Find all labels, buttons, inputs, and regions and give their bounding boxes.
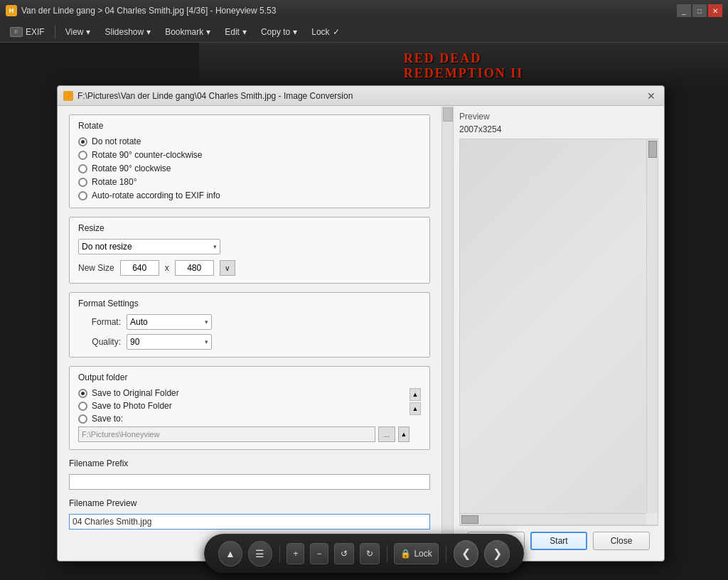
window-controls[interactable]: _ □ ✕ (677, 4, 722, 17)
resize-section: Resize Do not resize ▾ New Size x v (69, 217, 430, 284)
save-to-label: Save to: (92, 414, 123, 424)
preview-image (460, 139, 646, 513)
modal-icon: 🔶 (63, 91, 73, 101)
resize-dropdown-value: Do not resize (82, 242, 132, 252)
lock-toolbar-label: Lock (414, 549, 432, 559)
lock-toolbar-icon: 🔒 (400, 549, 411, 559)
bookmark-menu-item[interactable]: Bookmark ▾ (158, 24, 218, 40)
scroll-up-small-button[interactable]: ▲ (410, 388, 421, 401)
preview-scroll-thumb-bottom[interactable] (461, 515, 478, 524)
exif-menu-item[interactable]: E EXIF (3, 24, 52, 40)
browse-button[interactable]: ... (378, 426, 395, 442)
maximize-button[interactable]: □ (692, 4, 707, 17)
height-input[interactable] (175, 260, 214, 276)
modal-title: F:\Pictures\Van der Linde gang\04 Charle… (77, 91, 644, 101)
copyto-menu-item[interactable]: Copy to ▾ (254, 24, 304, 40)
output-folder-section: Output folder Save to Original Folder (69, 366, 430, 450)
preview-dimensions: 2007x3254 (459, 124, 658, 134)
resize-title: Resize (78, 223, 421, 233)
lock-check-icon: ✓ (333, 27, 340, 37)
save-to-option[interactable]: Save to: (78, 414, 410, 424)
rotate-radio-group: Do not rotate Rotate 90° counter-clockwi… (78, 136, 421, 200)
radio-save-original-icon (78, 389, 87, 398)
left-scrollbar[interactable] (441, 106, 453, 561)
save-photo-option[interactable]: Save to Photo Folder (78, 401, 410, 411)
conversion-dialog: 🔶 F:\Pictures\Van der Linde gang\04 Char… (57, 85, 665, 562)
title-bar: H Van der Linde gang > 04 Charles Smith.… (0, 0, 728, 21)
close-window-button[interactable]: ✕ (708, 4, 722, 17)
bookmark-arrow-icon: ▾ (206, 27, 210, 37)
save-original-option[interactable]: Save to Original Folder (78, 388, 410, 398)
resize-dropdown[interactable]: Do not resize ▾ (78, 239, 220, 254)
left-scrollable[interactable]: Rotate Do not rotate Rotate 90° counter-… (58, 106, 441, 561)
preview-label: Preview (459, 112, 658, 122)
format-label: Format: (78, 317, 121, 327)
output-content: Save to Original Folder Save to Photo Fo… (78, 388, 410, 442)
format-section: Format Settings Format: Auto ▾ Quality: (69, 292, 430, 358)
filename-prefix-input[interactable] (69, 474, 430, 490)
quality-arrow-icon: ▾ (205, 338, 208, 345)
scroll-down-small-button[interactable]: ▲ (410, 402, 421, 415)
filename-preview-title: Filename Preview (69, 498, 430, 508)
quality-dropdown[interactable]: 90 ▾ (127, 334, 212, 350)
preview-area (459, 139, 658, 525)
start-button[interactable]: Start (530, 532, 587, 550)
copyto-arrow-icon: ▾ (293, 27, 297, 37)
rotate-option-4[interactable]: Auto-rotate according to EXIF info (78, 190, 421, 200)
format-dropdown[interactable]: Auto ▾ (127, 314, 212, 330)
rotate-option-1[interactable]: Rotate 90° counter-clockwise (78, 150, 421, 160)
preview-scrollbar-bottom[interactable] (460, 513, 646, 525)
save-photo-label: Save to Photo Folder (92, 401, 172, 411)
scroll-thumb-top[interactable] (443, 107, 453, 122)
quality-label: Quality: (78, 337, 121, 347)
lock-toolbar-button[interactable]: 🔒 Lock (394, 543, 438, 564)
zoom-out-button[interactable]: − (310, 543, 328, 564)
rdr-logo: RED DEADREDEMPTION II (404, 51, 524, 81)
up-icon: ▲ (225, 548, 235, 559)
slideshow-menu-item[interactable]: Slideshow ▾ (97, 24, 158, 40)
rotate-label-3: Rotate 180° (92, 177, 137, 187)
edit-label: Edit (225, 27, 240, 37)
radio-unchecked-icon-3 (78, 178, 87, 187)
view-label: View (65, 27, 84, 37)
size-x-separator: x (165, 263, 169, 273)
quality-dropdown-value: 90 (130, 337, 139, 347)
prev-icon: ❮ (461, 547, 471, 560)
rotate-option-2[interactable]: Rotate 90° clockwise (78, 163, 421, 173)
lock-label: Lock (311, 27, 329, 37)
preview-scroll-thumb-right[interactable] (648, 141, 657, 158)
resize-dropdown-arrow: ▾ (213, 243, 217, 250)
prev-button[interactable]: ❮ (454, 540, 479, 567)
rotate-right-button[interactable]: ↻ (360, 543, 380, 564)
menu-button[interactable]: ☰ (248, 541, 272, 566)
toolbar-separator-3 (446, 545, 446, 562)
size-v-button[interactable]: v (220, 260, 235, 276)
rotate-left-button[interactable]: ↺ (334, 543, 354, 564)
width-input[interactable] (120, 260, 159, 276)
close-button[interactable]: Close (593, 532, 650, 550)
view-menu-item[interactable]: View ▾ (58, 24, 98, 40)
image-strip: RED DEADREDEMPTION II (199, 43, 728, 89)
format-section-border: Format Settings Format: Auto ▾ Quality: (69, 292, 430, 358)
rotate-option-3[interactable]: Rotate 180° (78, 177, 421, 187)
preview-scrollbar-right[interactable] (646, 139, 658, 513)
format-title: Format Settings (78, 299, 421, 308)
lock-menu-item[interactable]: Lock ✓ (304, 24, 346, 40)
radio-save-to-icon (78, 414, 87, 424)
minimize-button[interactable]: _ (677, 4, 691, 17)
edit-menu-item[interactable]: Edit ▾ (218, 24, 254, 40)
rotate-label-1: Rotate 90° counter-clockwise (92, 150, 203, 160)
menu-bar: E EXIF View ▾ Slideshow ▾ Bookmark ▾ Edi… (0, 21, 728, 43)
rotate-option-0[interactable]: Do not rotate (78, 136, 421, 146)
left-panel: Rotate Do not rotate Rotate 90° counter-… (58, 106, 453, 561)
modal-close-button[interactable]: ✕ (644, 90, 658, 102)
new-size-label: New Size (78, 263, 114, 273)
up-folder-button[interactable]: ▲ (398, 426, 410, 442)
up-button[interactable]: ▲ (218, 541, 242, 566)
path-input[interactable] (78, 426, 375, 442)
zoom-out-icon: − (316, 549, 321, 559)
filename-preview-input[interactable] (69, 514, 430, 530)
zoom-in-button[interactable]: + (287, 543, 304, 564)
rotate-label-2: Rotate 90° clockwise (92, 163, 171, 173)
next-button[interactable]: ❯ (484, 540, 510, 567)
